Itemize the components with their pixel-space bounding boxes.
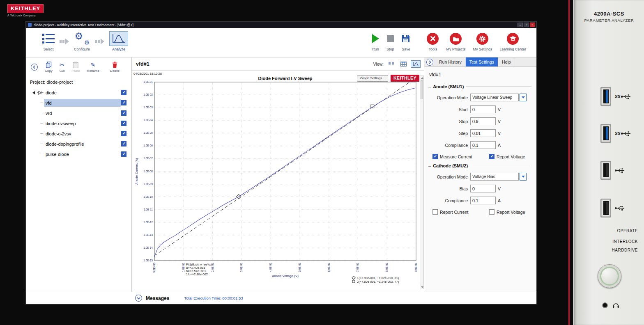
usb-symbol-icon bbox=[615, 168, 625, 173]
stop-field[interactable] bbox=[470, 117, 496, 125]
sheet-view-button[interactable] bbox=[398, 60, 408, 68]
workflow-arrow-icon bbox=[95, 39, 104, 44]
run-button[interactable]: Run bbox=[372, 31, 379, 51]
diode-c-2vsv-checkbox[interactable] bbox=[121, 131, 126, 136]
usb2-port bbox=[600, 161, 611, 180]
maximize-button[interactable] bbox=[524, 23, 529, 27]
instrument-subtitle: PARAMETER ANALYZER bbox=[574, 18, 644, 23]
cut-button[interactable]: ✂ Cut bbox=[60, 61, 64, 73]
configure-tool[interactable]: ⚙⚙ Configure bbox=[74, 31, 90, 51]
tab-run-history[interactable]: Run History bbox=[435, 57, 466, 66]
svg-text:0.0E+00: 0.0E+00 bbox=[153, 263, 156, 273]
anode-operation-mode-dropdown[interactable]: Voltage Linear Sweep bbox=[470, 94, 527, 101]
graduation-cap-icon bbox=[507, 33, 519, 45]
trash-icon bbox=[112, 62, 117, 68]
diode-dopingprofile-checkbox[interactable] bbox=[121, 141, 126, 146]
project-tree-panel: Copy ✂ Cut Paste ✎ Rename bbox=[26, 57, 132, 292]
my-projects-button[interactable]: My Projects bbox=[446, 31, 465, 51]
dropdown-value[interactable]: Voltage Linear Sweep bbox=[470, 94, 519, 101]
svg-text:1.0E-08: 1.0E-08 bbox=[143, 170, 153, 173]
analyze-tool[interactable]: Analyze bbox=[109, 31, 128, 51]
tree-item-label: diode-c-2vsv bbox=[46, 131, 71, 136]
svg-text:1.0E-09: 1.0E-09 bbox=[143, 183, 153, 185]
messages-bar: Messages Total Execution Time: 00:00:01:… bbox=[26, 292, 536, 304]
workflow-arrow-icon bbox=[60, 39, 69, 44]
start-field[interactable] bbox=[470, 105, 496, 113]
svg-text:9.0E-01: 9.0E-01 bbox=[414, 263, 417, 272]
svg-text:7.0E-01: 7.0E-01 bbox=[356, 263, 359, 272]
select-tool[interactable]: Select bbox=[42, 31, 55, 51]
tree-item-diode-c-2vsv[interactable]: diode-c-2vsv bbox=[26, 128, 131, 139]
vfd-checkbox[interactable] bbox=[121, 100, 126, 105]
my-settings-button[interactable]: My Settings bbox=[473, 31, 492, 51]
anode-compliance-field[interactable] bbox=[470, 141, 496, 149]
select-list-icon bbox=[42, 33, 55, 44]
dropdown-value[interactable]: Voltage Bias bbox=[470, 173, 519, 181]
usb2-port bbox=[600, 199, 611, 217]
diode-checkbox[interactable] bbox=[121, 90, 126, 95]
diode-cvsweep-checkbox[interactable] bbox=[121, 121, 126, 126]
svg-text:1.0E-10: 1.0E-10 bbox=[143, 195, 153, 198]
pulse-diode-checkbox[interactable] bbox=[121, 151, 126, 157]
table-view-icon bbox=[400, 62, 407, 66]
graph-view-button[interactable] bbox=[411, 60, 421, 68]
expand-messages-button[interactable] bbox=[135, 295, 142, 302]
svg-text:1(+2.90e-001, +1.02e-010, 31): 1(+2.90e-001, +1.02e-010, 31) bbox=[357, 276, 399, 280]
expand-panel-button[interactable] bbox=[426, 59, 433, 66]
tab-help[interactable]: Help bbox=[498, 57, 515, 66]
tools-button[interactable]: Tools bbox=[427, 31, 439, 51]
step-field[interactable] bbox=[470, 129, 496, 137]
tree-item-vfd[interactable]: vfd bbox=[26, 98, 131, 108]
tab-test-settings[interactable]: Test Settings bbox=[466, 57, 498, 66]
usb3-symbol-icon: SS bbox=[615, 94, 631, 99]
tree-item-diode-cvsweep[interactable]: diode-cvsweep bbox=[26, 118, 131, 128]
chevron-left-icon bbox=[32, 65, 36, 69]
report-view-button[interactable] bbox=[386, 60, 396, 68]
analyze-chart-icon bbox=[109, 31, 128, 46]
anode-section-header: Anode (SMU1) bbox=[428, 84, 531, 89]
cathode-compliance-field[interactable] bbox=[470, 197, 496, 204]
dropdown-arrow-icon[interactable] bbox=[520, 173, 527, 181]
tree-item-pulse-diode[interactable]: pulse-diode bbox=[26, 149, 131, 159]
bias-field[interactable] bbox=[470, 185, 496, 192]
scroll-down-icon[interactable] bbox=[420, 285, 423, 289]
clipboard-icon bbox=[73, 62, 78, 68]
collapse-panel-button[interactable] bbox=[31, 64, 38, 71]
minimize-button[interactable] bbox=[518, 23, 523, 27]
project-edit-toolbar: Copy ✂ Cut Paste ✎ Rename bbox=[26, 57, 131, 76]
tree-item-diode[interactable]: diode bbox=[26, 87, 131, 98]
collapse-arrow-icon[interactable] bbox=[32, 91, 35, 94]
learning-center-button[interactable]: Learning Center bbox=[499, 31, 526, 51]
cathode-operation-mode-dropdown[interactable]: Voltage Bias bbox=[470, 173, 527, 181]
copy-button[interactable]: Copy bbox=[45, 61, 53, 73]
floppy-disk-icon bbox=[401, 34, 410, 43]
interlock-label: INTERLOCK bbox=[612, 239, 638, 244]
close-button[interactable] bbox=[530, 23, 535, 27]
chart-scrollbar[interactable] bbox=[420, 76, 424, 289]
power-button[interactable] bbox=[598, 264, 621, 288]
svg-text:1.0E-13: 1.0E-13 bbox=[143, 233, 153, 236]
paste-button[interactable]: Paste bbox=[71, 61, 80, 73]
view-label: View: bbox=[373, 62, 384, 66]
tree-item-label: pulse-diode bbox=[46, 152, 69, 157]
audio-jack bbox=[602, 302, 608, 308]
svg-text:6.0E-01: 6.0E-01 bbox=[327, 263, 330, 272]
tree-item-vrd[interactable]: vrd bbox=[26, 108, 131, 118]
tree-item-diode-dopingprofile[interactable]: diode-dopingprofile bbox=[26, 139, 131, 149]
scroll-up-icon[interactable] bbox=[420, 76, 423, 80]
measure-current-checkbox[interactable]: Measure Current bbox=[432, 154, 489, 159]
scrollbar-thumb[interactable] bbox=[421, 80, 423, 99]
dropdown-arrow-icon[interactable] bbox=[520, 94, 527, 101]
svg-text:4.0E-01: 4.0E-01 bbox=[269, 263, 272, 272]
report-current-checkbox[interactable]: Report Current bbox=[432, 209, 489, 215]
svg-text:1.0E-03: 1.0E-03 bbox=[143, 106, 153, 109]
vrd-checkbox[interactable] bbox=[121, 110, 126, 116]
delete-button[interactable]: Delete bbox=[110, 61, 120, 73]
rename-button[interactable]: ✎ Rename bbox=[87, 61, 99, 73]
app-icon bbox=[28, 23, 32, 27]
anode-report-voltage-checkbox[interactable]: Report Voltage bbox=[489, 154, 525, 159]
save-button[interactable]: Save bbox=[401, 31, 410, 51]
cathode-report-voltage-checkbox[interactable]: Report Voltage bbox=[489, 209, 525, 215]
stop-button[interactable]: Stop bbox=[386, 31, 394, 51]
gear-icon bbox=[476, 33, 488, 45]
